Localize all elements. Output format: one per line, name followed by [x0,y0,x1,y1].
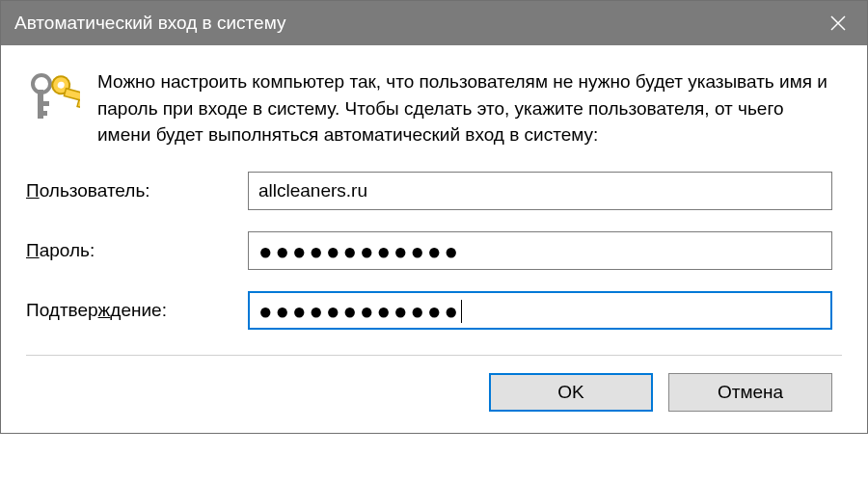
autologon-dialog: Автоматический вход в систему [0,0,868,434]
confirm-label: Подтверждение: [26,300,248,321]
text-caret [461,300,463,323]
intro-text: Можно настроить компьютер так, что польз… [97,68,842,148]
confirm-accesskey: ж [98,300,111,320]
svg-rect-8 [64,89,80,102]
password-input[interactable]: ●●●●●●●●●●●● [248,231,832,270]
username-label: Пользователь: [26,180,248,201]
confirm-input[interactable]: ●●●●●●●●●●●● [248,291,832,330]
username-input[interactable] [248,172,832,210]
intro-row: Можно настроить компьютер так, что польз… [26,68,842,148]
ok-button[interactable]: OK [489,373,653,412]
username-label-rest: ользователь: [40,180,150,201]
dialog-footer: OK Отмена [26,355,842,412]
username-accesskey: П [26,180,40,201]
password-label: Пароль: [26,240,248,261]
svg-rect-9 [77,100,80,108]
confirm-mask: ●●●●●●●●●●●● [258,298,461,325]
confirm-prefix: Подтвер [26,300,98,320]
keys-icon [26,70,80,124]
close-icon [830,15,846,31]
titlebar-title: Автоматический вход в систему [14,13,285,34]
dialog-body: Можно настроить компьютер так, что польз… [1,45,867,433]
password-accesskey: П [26,240,40,260]
svg-rect-5 [38,111,47,116]
titlebar: Автоматический вход в систему [1,1,867,45]
password-label-rest: ароль: [40,240,95,260]
cancel-button[interactable]: Отмена [668,373,832,412]
form: Пользователь: Пароль: ●●●●●●●●●●●● Подтв… [26,172,842,330]
close-button[interactable] [809,1,867,45]
confirm-rest: дение: [110,300,167,320]
svg-rect-4 [38,101,49,106]
password-mask: ●●●●●●●●●●●● [258,238,461,265]
